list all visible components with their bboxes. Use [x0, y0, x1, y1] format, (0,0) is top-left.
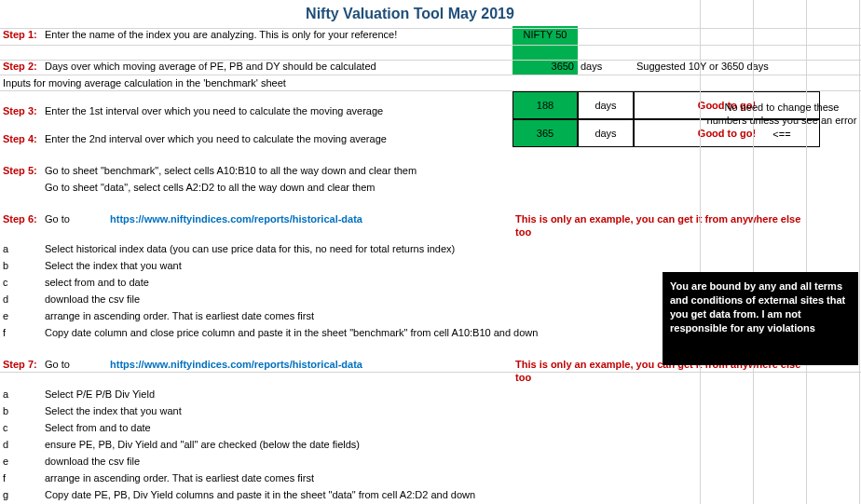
step1-value[interactable]: NIFTY 50	[512, 26, 578, 43]
step6-c-label: c	[0, 274, 42, 291]
step7-e: download the csv file	[42, 453, 820, 470]
step6-goto: Go to	[42, 211, 107, 240]
step3-unit: days	[578, 91, 634, 119]
step6-f-label: f	[0, 324, 42, 341]
step5-line1: Go to sheet "benchmark", select cells A1…	[42, 162, 820, 179]
step7-f-label: f	[0, 470, 42, 486]
step7-label: Step 7:	[0, 356, 42, 386]
step5-label: Step 5:	[0, 162, 42, 179]
step4-label: Step 4:	[0, 119, 42, 147]
step6-label: Step 6:	[0, 211, 42, 240]
step6-b-label: b	[0, 257, 42, 274]
step2-suggest: Suggested 10Y or 3650 days	[634, 58, 820, 75]
step2-value[interactable]: 3650	[512, 58, 578, 75]
step6-d-label: d	[0, 291, 42, 307]
step2-text: Days over which moving average of PE, PB…	[42, 58, 512, 75]
step7-a-label: a	[0, 386, 42, 402]
step7-a: Select P/E P/B Div Yield	[42, 386, 820, 402]
step3-value[interactable]: 188	[512, 91, 578, 119]
step7-c-label: c	[0, 419, 42, 436]
step5-line2: Go to sheet "data", select cells A2:D2 t…	[42, 179, 820, 196]
step7-f: arrange in ascending order. That is earl…	[42, 470, 820, 486]
step7-goto: Go to	[42, 356, 107, 386]
green-spacer	[512, 43, 578, 58]
step6-url[interactable]: https://www.niftyindices.com/reports/his…	[107, 211, 512, 240]
step6-e-label: e	[0, 307, 42, 324]
page-title: Nifty Valuation Tool May 2019	[0, 0, 820, 26]
step6-a: Select historical index data (you can us…	[42, 240, 820, 257]
step4-unit: days	[578, 119, 634, 147]
step7-d-label: d	[0, 436, 42, 453]
step2-label: Step 2:	[0, 58, 42, 75]
step7-c: Select from and to date	[42, 419, 820, 436]
inputs-note: Inputs for moving average calculation in…	[0, 75, 820, 91]
disclaimer-box: You are bound by any and all terms and c…	[663, 272, 858, 365]
step2-unit: days	[578, 58, 634, 75]
step7-e-label: e	[0, 453, 42, 470]
step7-g: Copy date PE, PB, Div Yield columns and …	[42, 486, 820, 503]
step4-value[interactable]: 365	[512, 119, 578, 147]
step6-example-note: This is only an example, you can get it …	[512, 211, 820, 240]
step7-g-label: g	[0, 486, 42, 503]
step4-text: Enter the 2nd interval over which you ne…	[42, 119, 512, 147]
step3-text: Enter the 1st interval over which you ne…	[42, 91, 512, 119]
step3-label: Step 3:	[0, 91, 42, 119]
spreadsheet-grid: Nifty Valuation Tool May 2019 Step 1: En…	[0, 0, 861, 503]
step6-a-label: a	[0, 240, 42, 257]
step7-d: ensure PE, PB, Div Yield and "all" are c…	[42, 436, 820, 453]
step1-label: Step 1:	[0, 26, 42, 43]
step7-b: Select the index that you want	[42, 402, 820, 419]
step7-url[interactable]: https://www.niftyindices.com/reports/his…	[107, 356, 512, 386]
step7-b-label: b	[0, 402, 42, 419]
step1-text: Enter the name of the index you are anal…	[42, 26, 512, 43]
side-note: No need to change these numbers unless y…	[704, 101, 860, 141]
